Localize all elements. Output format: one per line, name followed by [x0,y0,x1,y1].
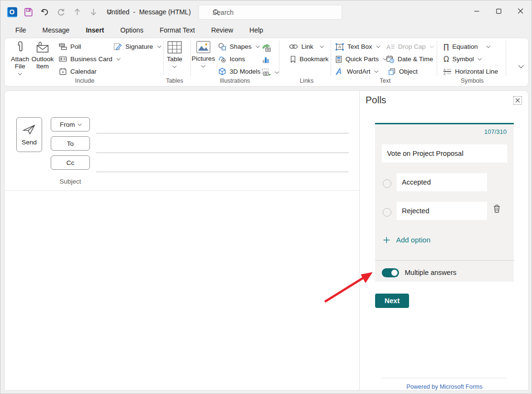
move-up-button[interactable] [71,6,83,18]
text-box-dropdown-icon [377,44,380,48]
send-button[interactable]: Send [16,117,42,152]
screenshot-dropdown-icon [275,70,279,74]
business-card-button[interactable]: Business Card [59,53,120,65]
to-button[interactable]: To [51,136,90,151]
outlook-item-button[interactable]: Outlook Item [30,41,55,70]
add-option-button[interactable]: Add option [383,236,431,244]
screenshot-button[interactable] [262,66,278,78]
group-label-tables: Tables [164,77,186,84]
calendar-label: Calendar [70,68,97,75]
move-down-button[interactable] [88,6,99,18]
search-input[interactable] [212,9,322,16]
tab-message[interactable]: Message [37,24,75,39]
symbol-button[interactable]: Ω Symbol [443,53,481,65]
option-2-input[interactable] [397,202,487,220]
date-time-button[interactable]: Date & Time [386,53,433,65]
maximize-button[interactable] [488,0,510,22]
tab-options[interactable]: Options [115,24,149,39]
quick-parts-label: Quick Parts [345,55,379,63]
tab-format-text[interactable]: Format Text [155,24,200,39]
chart-button[interactable] [262,54,270,66]
pane-divider [359,91,360,391]
pictures-button[interactable]: Pictures [191,41,216,67]
wordart-button[interactable]: WordArt [335,66,378,77]
horizontal-line-button[interactable]: AA Horizontal Line [443,66,498,77]
attach-file-dropdown-icon [18,71,22,75]
forms-footer-link[interactable]: Powered by Microsoft Forms [375,383,514,390]
tab-insert[interactable]: Insert [80,24,109,39]
group-label-symbols: Symbols [439,77,506,84]
outlook-logo-icon: O [6,6,18,18]
toggle-knob [391,270,398,276]
wordart-dropdown-icon [375,69,378,73]
polls-close-icon [515,98,520,103]
from-button[interactable]: From [51,117,90,131]
to-field[interactable] [96,153,349,153]
option-2-radio[interactable] [383,208,391,217]
redo-button[interactable] [55,6,66,18]
option-1-radio[interactable] [383,179,391,188]
drop-cap-icon: A [386,43,395,50]
polls-close-button[interactable] [513,96,522,105]
screenshot-icon [262,68,271,77]
window-title: Untitled - Message (HTML) [107,8,191,16]
object-button[interactable]: Object [388,66,418,77]
3d-models-label: 3D Models [230,68,261,75]
multiple-answers-toggle[interactable] [382,268,399,277]
minimize-button[interactable] [466,0,488,22]
trash-icon [493,204,501,213]
next-button[interactable]: Next [375,294,409,308]
smartart-button[interactable] [262,42,271,54]
signature-button[interactable]: Signature [113,41,160,53]
to-label: To [67,140,74,147]
wordart-label: WordArt [347,68,370,75]
svg-text:A: A [338,44,341,49]
tab-review[interactable]: Review [206,24,238,39]
send-icon [22,123,36,136]
arrow-down-icon [89,8,98,16]
question-char-counter: 107/310 [375,128,507,135]
cc-field[interactable] [96,172,349,172]
from-field[interactable] [96,133,349,133]
undo-button[interactable] [39,6,50,18]
svg-text:A: A [443,68,446,71]
group-label-include: Include [10,77,159,84]
option-1-input[interactable] [397,173,487,191]
multiple-answers-label: Multiple answers [405,269,456,276]
poll-button[interactable]: Poll [59,41,81,53]
equation-button[interactable]: ∏ Equation [443,41,489,53]
tab-file[interactable]: File [10,24,32,39]
drop-cap-button: A Drop Cap [386,41,433,53]
table-button[interactable]: Table [164,41,186,67]
close-button[interactable] [510,0,532,22]
poll-icon [59,43,67,51]
pictures-dropdown-icon [201,64,205,67]
link-button[interactable]: Link [289,41,323,53]
window-controls [466,0,532,22]
3d-models-button[interactable]: 3D Models [218,66,261,77]
symbol-icon: Ω [443,55,449,63]
poll-question-input[interactable] [382,144,507,163]
attach-file-button[interactable]: Attach File [8,41,32,75]
bookmark-button[interactable]: Bookmark [290,53,329,65]
icons-button[interactable]: Icons [218,53,245,65]
cc-button[interactable]: Cc [51,155,90,170]
save-button[interactable] [22,6,34,18]
equation-label: Equation [452,43,477,50]
quick-parts-button[interactable]: Quick Parts [335,53,386,65]
delete-option-button[interactable] [493,204,501,215]
search-box[interactable] [199,5,342,20]
quick-access-toolbar: O [6,6,115,18]
text-box-button[interactable]: A Text Box [335,41,379,53]
from-label: From [60,121,75,128]
outlook-message-window: O Untitled - Message (HTML) [0,0,532,394]
card-section-divider [375,260,514,261]
3d-models-icon [218,67,226,76]
table-label: Table [167,55,182,63]
svg-text:A: A [443,72,446,76]
calendar-button[interactable]: Calendar [59,66,97,77]
search-icon [212,9,220,16]
undo-icon [40,8,49,16]
shapes-button[interactable]: Shapes [218,41,259,53]
tab-help[interactable]: Help [244,24,268,39]
